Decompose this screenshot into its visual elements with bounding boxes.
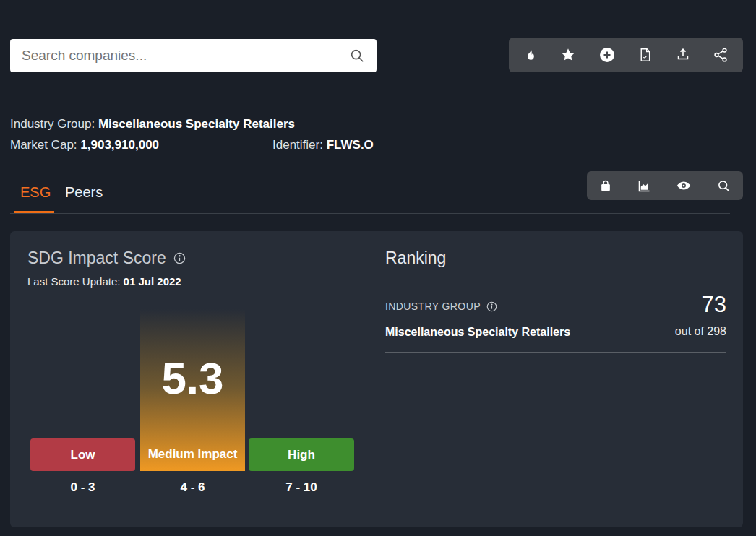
pdf-icon bbox=[637, 47, 653, 63]
industry-group-line: Industry Group: Miscellaneous Specialty … bbox=[10, 117, 295, 131]
ranking-divider bbox=[385, 352, 726, 353]
search-button[interactable] bbox=[716, 178, 731, 194]
info-icon[interactable] bbox=[486, 301, 497, 312]
last-score-update-label: Last Score Update: bbox=[27, 275, 120, 288]
last-score-update: Last Score Update: 01 Jul 2022 bbox=[27, 275, 181, 288]
last-score-update-value: 01 Jul 2022 bbox=[124, 275, 181, 288]
industry-group-rank-label: INDUSTRY GROUP bbox=[385, 301, 497, 312]
actions-toolbar bbox=[509, 38, 743, 72]
info-icon[interactable] bbox=[173, 252, 186, 264]
medium-range: 4 - 6 bbox=[140, 480, 245, 495]
search-icon[interactable] bbox=[349, 48, 365, 64]
low-range: 0 - 3 bbox=[30, 480, 135, 495]
star-icon bbox=[560, 47, 576, 63]
sdg-score-title: SDG Impact Score bbox=[27, 248, 186, 268]
rank-out-of: out of 298 bbox=[675, 325, 726, 338]
share-icon bbox=[713, 47, 729, 63]
share-button[interactable] bbox=[713, 47, 729, 63]
industry-group-rank-label-text: INDUSTRY GROUP bbox=[385, 301, 481, 312]
market-cap-line: Market Cap: 1,903,910,000 bbox=[10, 138, 159, 152]
high-impact-label: High bbox=[249, 438, 354, 471]
upload-icon bbox=[675, 47, 691, 63]
company-search-bar bbox=[10, 39, 377, 72]
sdg-score-value: 5.3 bbox=[161, 353, 223, 404]
identifier-line: Identifier: FLWS.O bbox=[272, 138, 374, 152]
high-range: 7 - 10 bbox=[249, 480, 354, 495]
add-button[interactable] bbox=[598, 46, 616, 64]
search-icon bbox=[716, 178, 731, 194]
market-cap-value: 1,903,910,000 bbox=[80, 138, 159, 152]
ranking-title: Ranking bbox=[385, 248, 446, 268]
portfolio-bag-button[interactable] bbox=[598, 178, 613, 194]
tab-divider bbox=[10, 213, 730, 214]
bag-icon bbox=[598, 178, 613, 194]
flame-button[interactable] bbox=[523, 48, 538, 63]
industry-group-label: Industry Group: bbox=[10, 117, 95, 131]
sdg-impact-card: SDG Impact Score Last Score Update: 01 J… bbox=[10, 231, 743, 527]
identifier-label: Identifier: bbox=[272, 138, 323, 152]
plus-circle-icon bbox=[598, 46, 616, 64]
area-chart-icon bbox=[637, 178, 652, 194]
medium-impact-label: Medium Impact bbox=[148, 447, 238, 462]
medium-impact-gauge: 5.3 Medium Impact bbox=[140, 309, 245, 471]
flame-icon bbox=[523, 48, 538, 63]
rank-value: 73 bbox=[702, 292, 726, 318]
watch-button[interactable] bbox=[675, 178, 692, 194]
star-button[interactable] bbox=[560, 47, 576, 63]
tab-esg[interactable]: ESG bbox=[20, 184, 51, 201]
sdg-score-title-text: SDG Impact Score bbox=[27, 248, 166, 268]
view-toolbar bbox=[587, 171, 743, 200]
ranking-group-name: Miscellaneous Specialty Retailers bbox=[385, 326, 570, 339]
tab-peers[interactable]: Peers bbox=[65, 184, 103, 201]
eye-icon bbox=[675, 178, 692, 194]
low-impact-label: Low bbox=[30, 438, 135, 471]
upload-button[interactable] bbox=[675, 47, 691, 63]
search-input[interactable] bbox=[10, 48, 349, 64]
identifier-value: FLWS.O bbox=[327, 138, 374, 152]
industry-group-value: Miscellaneous Specialty Retailers bbox=[98, 117, 295, 131]
market-cap-label: Market Cap: bbox=[10, 138, 77, 152]
chart-button[interactable] bbox=[637, 178, 652, 194]
pdf-export-button[interactable] bbox=[637, 47, 653, 63]
